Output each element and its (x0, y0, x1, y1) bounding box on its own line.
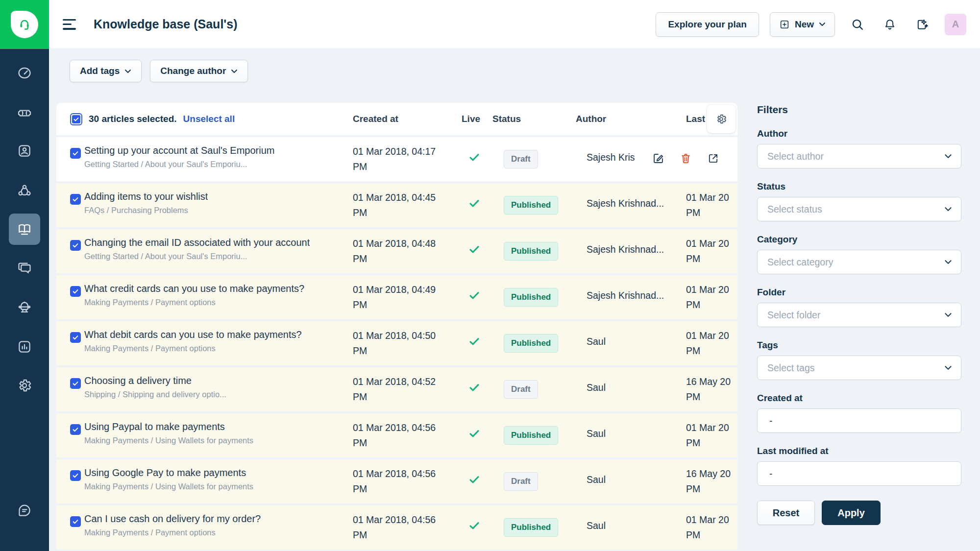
apply-button[interactable]: Apply (822, 501, 881, 525)
filter-field: Last modified at - (757, 446, 980, 486)
table-row[interactable]: Can I use cash on delivery for my order?… (56, 505, 737, 550)
article-title[interactable]: What credit cards can you use to make pa… (84, 283, 304, 294)
sidebar-item-community[interactable] (9, 175, 40, 206)
article-title[interactable]: Using Paypal to make payments (84, 421, 225, 432)
unselect-all-link[interactable]: Unselect all (183, 114, 235, 124)
column-header-created-at[interactable]: Created at (353, 103, 398, 135)
article-category-path: Getting Started / About your Saul's Empo… (84, 160, 247, 169)
filter-select[interactable]: Select category (757, 250, 961, 274)
sidebar-item-conversations[interactable] (9, 252, 40, 284)
created-at-cell: 01 Mar 2018, 04:49 PM (353, 282, 451, 312)
sidebar-item-contacts[interactable] (9, 135, 40, 167)
sidebar-item-knowledge-base[interactable] (9, 214, 40, 245)
filter-select[interactable]: - (757, 461, 961, 486)
explore-plan-button[interactable]: Explore your plan (656, 12, 759, 37)
table-row[interactable]: Using Google Pay to make payments Making… (56, 459, 737, 503)
sidebar-item-tickets[interactable] (9, 97, 40, 129)
chevron-down-icon (819, 22, 826, 26)
article-title[interactable]: Using Google Pay to make payments (84, 467, 246, 479)
filter-select[interactable]: - (757, 408, 961, 433)
article-title[interactable]: Changing the email ID associated with yo… (84, 237, 310, 248)
status-badge: Published (504, 426, 558, 445)
table-row[interactable]: Setting up your account at Saul's Empori… (56, 137, 737, 181)
row-checkbox[interactable] (70, 240, 81, 251)
article-title[interactable]: Choosing a delivery time (84, 375, 192, 386)
add-tags-button[interactable]: Add tags (70, 60, 142, 82)
filter-field: Category Select category (757, 234, 980, 274)
freshdesk-logo[interactable] (0, 0, 49, 49)
created-at-cell: 01 Mar 2018, 04:50 PM (353, 328, 451, 359)
article-title[interactable]: Setting up your account at Saul's Empori… (84, 145, 274, 156)
sidebar-item-feedback[interactable] (9, 495, 40, 526)
table-row[interactable]: Adding items to your wishlist FAQs / Pur… (56, 183, 737, 227)
filter-select[interactable]: Select tags (757, 356, 961, 380)
selection-count: 30 articles selected. (89, 114, 177, 124)
filter-field: Author Select author (757, 128, 980, 168)
filters-heading: Filters (757, 104, 980, 116)
table-row[interactable]: Changing the email ID associated with yo… (56, 229, 737, 273)
table-row[interactable]: What credit cards can you use to make pa… (56, 275, 737, 319)
article-title[interactable]: Adding items to your wishlist (84, 191, 208, 202)
article-category-path: Making Payments / Using Wallets for paym… (84, 436, 253, 445)
row-checkbox[interactable] (70, 470, 81, 481)
column-settings-button[interactable] (707, 105, 735, 133)
created-at-cell: 01 Mar 2018, 04:56 PM (353, 512, 451, 543)
edit-icon[interactable] (652, 152, 665, 165)
table-row[interactable]: Using Paypal to make payments Making Pay… (56, 413, 737, 457)
filter-select[interactable]: Select author (757, 144, 961, 168)
tickets-icon (17, 105, 32, 121)
chevron-down-icon (944, 312, 952, 317)
sidebar-item-dashboard[interactable] (9, 57, 40, 89)
articles-table: 30 articles selected. Unselect all Creat… (56, 103, 737, 551)
checkbox-icon (72, 472, 79, 479)
last-modified-cell: 16 May 20 PM (686, 374, 736, 405)
table-row[interactable]: What debit cards can you use to make pay… (56, 321, 737, 365)
filter-select[interactable]: Select folder (757, 303, 961, 327)
table-row[interactable]: Choosing a delivery time Shipping / Ship… (56, 367, 737, 411)
status-badge: Draft (504, 380, 538, 399)
sidebar-item-settings[interactable] (9, 370, 40, 401)
checkbox-icon (72, 150, 79, 157)
last-modified-cell: 01 Mar 20 PM (686, 190, 736, 220)
search-icon[interactable] (848, 15, 867, 34)
reset-button[interactable]: Reset (757, 501, 815, 525)
hamburger-icon[interactable] (63, 19, 76, 30)
change-author-button[interactable]: Change author (150, 60, 248, 82)
knowledge-base-app: Knowledge base (Saul's) Explore your pla… (0, 0, 980, 551)
row-checkbox[interactable] (70, 424, 81, 435)
filter-label: Status (757, 181, 980, 192)
analytics-icon (17, 339, 32, 355)
new-button[interactable]: New (770, 12, 835, 37)
author-cell: Saul (587, 474, 685, 485)
filter-field: Tags Select tags (757, 340, 980, 380)
column-header-status[interactable]: Status (492, 103, 521, 135)
row-checkbox[interactable] (70, 286, 81, 297)
status-badge: Published (504, 518, 558, 537)
author-cell: Sajesh Krishnad... (587, 290, 685, 301)
checkbox-icon (72, 380, 79, 387)
avatar[interactable]: A (945, 14, 966, 35)
column-header-author[interactable]: Author (576, 103, 606, 135)
bell-icon[interactable] (880, 15, 900, 34)
article-title[interactable]: Can I use cash on delivery for my order? (84, 513, 261, 525)
last-modified-cell: 01 Mar 20 PM (686, 236, 736, 266)
whats-new-icon[interactable] (912, 15, 932, 34)
select-all-checkbox[interactable] (70, 113, 82, 125)
sidebar-item-analytics[interactable] (9, 331, 40, 362)
filter-select[interactable]: Select status (757, 197, 961, 221)
row-checkbox[interactable] (70, 332, 81, 343)
created-at-cell: 01 Mar 2018, 04:56 PM (353, 420, 451, 451)
external-link-icon[interactable] (707, 152, 720, 165)
row-checkbox[interactable] (70, 516, 81, 527)
trash-icon[interactable] (679, 152, 692, 165)
chevron-down-icon (944, 207, 952, 212)
column-header-last-modified[interactable]: Last modified (686, 103, 707, 135)
checkbox-icon (72, 518, 79, 525)
row-checkbox[interactable] (70, 378, 81, 389)
status-badge: Published (504, 288, 558, 307)
row-checkbox[interactable] (70, 148, 81, 159)
article-title[interactable]: What debit cards can you use to make pay… (84, 329, 302, 340)
sidebar-item-bot[interactable] (9, 292, 40, 323)
row-checkbox[interactable] (70, 194, 81, 205)
column-header-live[interactable]: Live (462, 103, 480, 135)
